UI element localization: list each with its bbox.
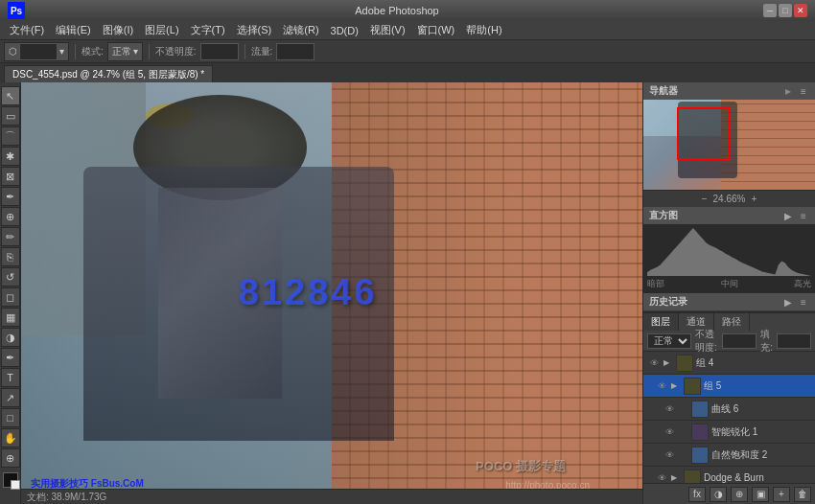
layer-visibility-icon[interactable]: 👁 — [663, 402, 676, 416]
layer-expand-arrow[interactable] — [679, 404, 688, 414]
layer-visibility-icon[interactable]: 👁 — [647, 356, 661, 370]
layer-thumbnail — [684, 378, 701, 395]
layer-item[interactable]: 👁 ▶ 组 4 — [643, 352, 815, 375]
menu-help[interactable]: 帮助(H) — [460, 21, 507, 39]
mode-select[interactable]: 正常 ▾ — [107, 42, 143, 61]
layer-expand-arrow[interactable]: ▶ — [671, 381, 681, 391]
layer-new-btn[interactable]: + — [773, 487, 790, 502]
brush-preset-btn[interactable]: ⬡ 250 ▾ — [4, 42, 69, 61]
tab-layers[interactable]: 图层 — [643, 313, 679, 331]
histogram-menu-btn[interactable]: ≡ — [798, 210, 809, 221]
menu-bar: 文件(F) 编辑(E) 图像(I) 图层(L) 文字(T) 选择(S) 滤镜(R… — [0, 21, 815, 40]
layers-list[interactable]: 👁 ▶ 组 4 👁 ▶ 组 5 👁 曲线 6 👁 智能锐化 1 👁 — [643, 352, 815, 483]
maximize-button[interactable]: □ — [779, 4, 792, 17]
menu-window[interactable]: 窗口(W) — [411, 21, 461, 39]
tool-path-select[interactable]: ↗ — [1, 388, 20, 407]
layer-item[interactable]: 👁 曲线 6 — [643, 398, 815, 421]
tool-text[interactable]: T — [1, 368, 20, 387]
menu-text[interactable]: 文字(T) — [185, 21, 231, 39]
tool-brush[interactable]: ✏ — [1, 227, 20, 246]
tool-shape[interactable]: □ — [1, 408, 20, 427]
layer-item[interactable]: 👁 智能锐化 1 — [643, 421, 815, 444]
layer-mask-btn[interactable]: ◑ — [710, 487, 727, 502]
menu-filter[interactable]: 滤镜(R) — [277, 21, 324, 39]
opacity-label: 不透明度: — [155, 45, 197, 58]
tool-quick-select[interactable]: ✱ — [1, 147, 20, 166]
menu-file[interactable]: 文件(F) — [4, 21, 50, 39]
navigator-zoom-display: − 24.66% + — [643, 190, 815, 207]
tool-eraser[interactable]: ◻ — [1, 287, 20, 307]
brush-size-input[interactable]: 250 — [19, 43, 58, 60]
ps-logo: Ps — [8, 2, 25, 19]
flow-input[interactable]: 100% — [276, 43, 314, 60]
layer-adjust-btn[interactable]: ⊕ — [731, 487, 748, 502]
menu-layer[interactable]: 图层(L) — [139, 21, 184, 39]
tool-hand[interactable]: ✋ — [1, 428, 20, 447]
blend-mode-select[interactable]: 正常 — [647, 333, 691, 349]
layer-group-btn[interactable]: ▣ — [752, 487, 769, 502]
layer-item[interactable]: 👁 ▶ 组 5 — [643, 375, 815, 398]
tool-dodge[interactable]: ◑ — [1, 328, 20, 347]
menu-3d[interactable]: 3D(D) — [325, 21, 364, 39]
tool-lasso[interactable]: ⌒ — [1, 126, 20, 146]
separator-3 — [244, 44, 245, 59]
navigator-viewport-box — [677, 107, 730, 160]
minimize-button[interactable]: ─ — [763, 4, 777, 17]
history-list[interactable]: ▶动作 1▶起始▶scharf▶auto1▶autoskin color1▶复制… — [643, 310, 815, 311]
history-menu-btn[interactable]: ≡ — [798, 296, 809, 308]
tool-pen[interactable]: ✒ — [1, 348, 20, 367]
tool-history-brush[interactable]: ↺ — [1, 267, 20, 286]
opacity-value-input[interactable]: 100% — [722, 333, 757, 349]
foreground-color[interactable] — [3, 472, 18, 488]
layer-fx-btn[interactable]: fx — [688, 487, 706, 502]
zoom-minus-btn[interactable]: − — [702, 194, 708, 204]
title-text: Adobe Photoshop — [31, 5, 763, 16]
document-tab[interactable]: DSC_4554.psd @ 24.7% (组 5, 图层蒙版/8) * — [4, 65, 213, 82]
separator-2 — [149, 44, 150, 59]
layer-expand-arrow[interactable] — [679, 450, 688, 460]
histogram-collapse-btn[interactable]: ▶ — [782, 210, 794, 221]
tab-paths[interactable]: 路径 — [714, 313, 750, 331]
fill-value-input[interactable]: 100% — [777, 333, 811, 349]
tool-spot-heal[interactable]: ⊕ — [1, 207, 20, 226]
tool-zoom[interactable]: ⊕ — [1, 448, 20, 468]
tool-move[interactable]: ↖ — [1, 86, 20, 105]
navigator-menu-btn[interactable]: ≡ — [798, 85, 809, 97]
tool-marquee[interactable]: ▭ — [1, 106, 20, 126]
history-collapse-btn[interactable]: ▶ — [782, 296, 794, 308]
layer-visibility-icon[interactable]: 👁 — [663, 425, 676, 439]
layer-name-label: 组 4 — [696, 356, 811, 370]
canvas-area[interactable]: 812846 POCO 摄影专题 http://photo.poco.cn 实用… — [21, 82, 642, 504]
menu-image[interactable]: 图像(I) — [97, 21, 139, 39]
menu-edit[interactable]: 编辑(E) — [50, 21, 97, 39]
navigator-collapse-btn[interactable]: ▶ — [782, 85, 794, 97]
tool-clone[interactable]: ⎘ — [1, 247, 20, 266]
layer-visibility-icon[interactable]: 👁 — [655, 471, 668, 484]
layer-thumbnail — [676, 355, 693, 372]
zoom-plus-btn[interactable]: + — [751, 194, 757, 204]
layer-expand-arrow[interactable]: ▶ — [664, 358, 673, 368]
hist-label-dark: 暗部 — [647, 278, 664, 290]
layer-item[interactable]: 👁 ▶ Dodge & Burn — [643, 467, 815, 483]
menu-view[interactable]: 视图(V) — [364, 21, 411, 39]
history-item[interactable]: ▶动作 1 — [643, 310, 815, 311]
options-bar: ⬡ 250 ▾ 模式: 正常 ▾ 不透明度: 84% 流量: 100% — [0, 40, 815, 63]
layer-expand-arrow[interactable]: ▶ — [671, 473, 681, 483]
history-title: 历史记录 — [649, 295, 687, 309]
close-button[interactable]: ✕ — [794, 4, 807, 17]
layer-expand-arrow[interactable] — [679, 427, 688, 437]
tool-gradient[interactable]: ▦ — [1, 308, 20, 327]
histogram-icons: ▶ ≡ — [782, 210, 809, 221]
layer-delete-btn[interactable]: 🗑 — [794, 487, 811, 502]
layer-item[interactable]: 👁 自然饱和度 2 — [643, 444, 815, 467]
tool-crop[interactable]: ⊠ — [1, 167, 20, 186]
layers-section: 图层 通道 路径 正常 不透明度: 100% 填充: 100% 👁 ▶ 组 4 — [643, 312, 815, 504]
layer-visibility-icon[interactable]: 👁 — [663, 448, 676, 462]
opacity-input[interactable]: 84% — [200, 43, 239, 60]
opacity-label: 不透明度: — [695, 328, 718, 355]
mode-value: 正常 — [112, 45, 131, 58]
menu-select[interactable]: 选择(S) — [231, 21, 278, 39]
tool-eyedropper[interactable]: ✒ — [1, 187, 20, 206]
brush-icon: ⬡ — [9, 46, 17, 57]
layer-visibility-icon[interactable]: 👁 — [655, 379, 668, 393]
